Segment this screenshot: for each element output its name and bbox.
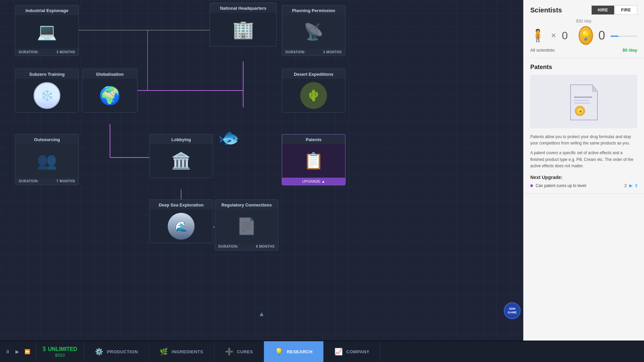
node-title: Globalisation xyxy=(83,69,137,79)
cures-icon: ➕ xyxy=(225,348,234,356)
patent-doc-svg: ★ xyxy=(567,81,601,122)
node-industrial-espionage[interactable]: Industrial Espionage 💻 DURATION: 3 month… xyxy=(15,5,79,56)
node-image: 📡 xyxy=(282,15,345,49)
money-icon: $ xyxy=(43,346,46,353)
hire-fire-buttons: HIRE FIRE xyxy=(591,5,637,15)
unlimited-label: UNLIMITED xyxy=(48,346,77,352)
node-subzero-training[interactable]: Subzero Training ❄️ xyxy=(15,69,79,113)
hire-button[interactable]: HIRE xyxy=(591,5,614,15)
svg-marker-9 xyxy=(592,85,597,92)
research-icon: 💡 xyxy=(275,348,283,356)
svg-rect-11 xyxy=(574,100,589,101)
node-deep-sea-exploration[interactable]: Deep Sea Exploration 🌊 xyxy=(149,199,213,243)
all-scientists-label: All scientists: xyxy=(530,48,555,53)
upgrade-button[interactable]: UPGRADE ▲ xyxy=(282,178,345,185)
right-panel: Scientists HIRE FIRE $30 /day 🧍 ✕ 0 💡 0 xyxy=(523,0,644,341)
node-outsourcing[interactable]: Outsourcing 👥 DURATION: 7 months xyxy=(15,134,79,185)
node-title: Lobbying xyxy=(150,134,213,144)
main-area: 🐟 Industrial Espionage 💻 DURATION: 3 mon… xyxy=(0,0,644,341)
node-planning-permission[interactable]: Planning Permission 📡 DURATION: 3 months xyxy=(282,5,345,56)
nav-ingredients[interactable]: 🌿 INGREDIENTS xyxy=(149,341,214,362)
upgrade-dot xyxy=(530,184,533,187)
patents-desc-2: A patent covers a specific set of active… xyxy=(530,150,637,169)
node-title: Desert Expeditions xyxy=(282,69,345,79)
node-title: National Headquarters xyxy=(210,3,276,13)
scientist-count: 0 xyxy=(562,29,568,42)
fire-button[interactable]: FIRE xyxy=(615,5,637,15)
node-title: Planning Permission xyxy=(282,5,345,15)
fish-creature: 🐟 xyxy=(218,127,240,148)
node-national-headquarters[interactable]: National Headquarters 🏢 xyxy=(210,3,277,47)
node-title: Industrial Espionage xyxy=(15,5,78,15)
node-duration: DURATION: 3 months xyxy=(15,49,78,56)
node-duration: DURATION: 7 months xyxy=(15,178,78,185)
svg-rect-10 xyxy=(574,97,592,98)
node-desert-expeditions[interactable]: Desert Expeditions 🌵 xyxy=(282,69,345,113)
patents-image: ★ xyxy=(530,75,637,128)
ingredients-label: INGREDIENTS xyxy=(172,349,203,354)
node-title: Outsourcing xyxy=(15,134,78,144)
company-icon: 📈 xyxy=(334,348,343,356)
play-button[interactable]: ▶ xyxy=(14,348,20,356)
node-lobbying[interactable]: Lobbying 🏛️ xyxy=(149,134,213,178)
patents-desc-1: Patents allow you to protect your drug f… xyxy=(530,134,637,146)
node-image: 📄 xyxy=(215,209,278,243)
scientists-section: Scientists HIRE FIRE $30 /day 🧍 ✕ 0 💡 0 xyxy=(524,0,644,58)
node-title: Regulatory Connections xyxy=(215,200,278,209)
upgrade-current-val: 2 xyxy=(625,183,627,188)
scientists-row: 🧍 ✕ 0 💡 0 xyxy=(530,26,637,45)
upgrade-item: Can patent cures up to level: 2 ▶ 3 xyxy=(530,183,637,188)
company-label: COMPANY xyxy=(346,349,369,354)
nav-cures[interactable]: ➕ CURES xyxy=(214,341,264,362)
pause-controls: ⏸ ▶ ⏩ xyxy=(0,341,36,362)
node-image: 🏛️ xyxy=(150,144,213,178)
bulb-icon: 💡 xyxy=(579,26,593,45)
upgrade-item-label: Can patent cures up to level: xyxy=(536,183,587,188)
node-title: Deep Sea Exploration xyxy=(150,200,213,209)
fast-forward-button[interactable]: ⏩ xyxy=(23,348,32,356)
node-title: Subzero Training xyxy=(15,69,78,79)
pause-button[interactable]: ⏸ xyxy=(4,348,11,356)
cures-label: CURES xyxy=(237,349,253,354)
nav-production[interactable]: ⚙️ PRODUCTION xyxy=(84,341,149,362)
node-globalisation[interactable]: Globalisation 🌍 xyxy=(82,69,138,113)
node-image: ❄️ xyxy=(15,79,78,112)
node-image: 🌵 xyxy=(282,79,345,112)
node-image: 🌍 xyxy=(83,79,137,112)
node-image: 🌊 xyxy=(150,209,213,243)
production-label: PRODUCTION xyxy=(107,349,138,354)
all-scientists-row: All scientists: $0 /day xyxy=(530,48,637,53)
node-image: 💻 xyxy=(15,15,78,49)
ingredients-icon: 🌿 xyxy=(160,348,168,356)
all-scientists-cost: $0 /day xyxy=(623,48,637,53)
scientist-icon: 🧍 xyxy=(530,28,545,43)
production-icon: ⚙️ xyxy=(95,348,104,356)
upgrade-new-val: 3 xyxy=(635,183,637,188)
scroll-indicator: ▲ xyxy=(258,310,265,318)
research-label: RESEARCH xyxy=(287,349,313,354)
upgrade-arrow: ▶ xyxy=(629,183,632,188)
times-sign: ✕ xyxy=(551,32,556,40)
watermark: 3DM GAME xyxy=(504,302,521,319)
research-canvas[interactable]: 🐟 Industrial Espionage 💻 DURATION: 3 mon… xyxy=(0,0,523,341)
node-title: Patents xyxy=(282,134,345,144)
next-upgrade-title: Next Upgrade: xyxy=(530,175,637,180)
patents-section: Patents ★ Patents allow you to protect y… xyxy=(524,58,644,194)
money-display: $ UNLIMITED $553 xyxy=(36,341,84,362)
node-image: 🏢 xyxy=(210,13,276,46)
node-duration: DURATION: 8 months xyxy=(215,243,278,250)
node-patents[interactable]: Patents 📋 UPGRADE ▲ xyxy=(282,134,345,185)
nav-company[interactable]: 📈 COMPANY xyxy=(324,341,380,362)
node-image: 📋 xyxy=(282,144,345,178)
svg-rect-12 xyxy=(574,103,591,104)
research-points: 0 xyxy=(598,28,605,43)
bottom-bar: ⏸ ▶ ⏩ $ UNLIMITED $553 ⚙️ PRODUCTION 🌿 I… xyxy=(0,341,644,362)
node-duration: DURATION: 3 months xyxy=(282,49,345,56)
scientists-header: Scientists HIRE FIRE xyxy=(530,5,637,15)
node-regulatory-connections[interactable]: Regulatory Connections 📄 DURATION: 8 mon… xyxy=(215,199,278,250)
research-progress-bar xyxy=(610,36,637,37)
nav-research[interactable]: 💡 RESEARCH xyxy=(264,341,323,362)
node-image: 👥 xyxy=(15,144,78,178)
progress-bar-fill xyxy=(610,36,619,37)
scientists-title: Scientists xyxy=(530,6,562,14)
